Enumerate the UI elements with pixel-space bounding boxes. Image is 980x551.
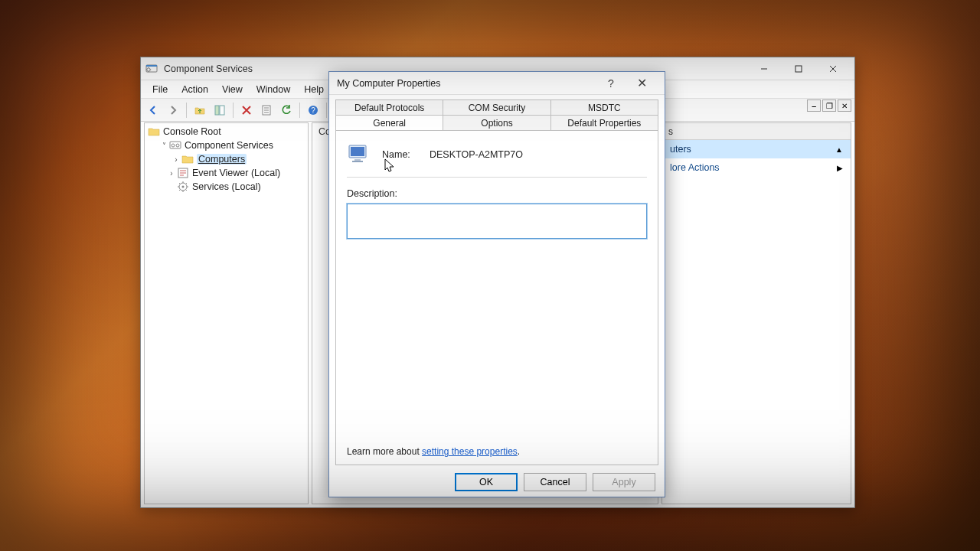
- properties-button[interactable]: [257, 101, 276, 119]
- menu-view[interactable]: View: [215, 83, 250, 96]
- actions-computers[interactable]: uters ▲: [662, 140, 851, 158]
- actions-label: uters: [670, 144, 691, 155]
- actions-more[interactable]: lore Actions ▶: [662, 158, 851, 177]
- actions-header: s: [662, 123, 851, 140]
- tree-label: Services (Local): [192, 181, 261, 192]
- mdi-close[interactable]: ✕: [838, 99, 851, 112]
- mdi-minimize[interactable]: ‒: [807, 99, 821, 112]
- tab-options[interactable]: Options: [443, 115, 550, 130]
- services-icon: [177, 181, 189, 193]
- refresh-button[interactable]: [277, 101, 296, 119]
- chevron-up-icon: ▲: [835, 145, 843, 154]
- tree-console-root[interactable]: Console Root: [145, 125, 308, 139]
- close-button[interactable]: ✕: [626, 73, 657, 94]
- tree-component-services[interactable]: ˅ Component Services: [145, 139, 308, 152]
- svg-rect-20: [352, 161, 363, 162]
- learn-link[interactable]: setting these properties: [422, 446, 518, 457]
- ok-button[interactable]: OK: [455, 473, 518, 491]
- dialog-titlebar[interactable]: My Computer Properties ? ✕: [329, 72, 665, 95]
- tree-label: Console Root: [163, 126, 221, 137]
- cancel-button[interactable]: Cancel: [524, 473, 586, 491]
- svg-rect-3: [795, 66, 802, 72]
- tree-label: Event Viewer (Local): [192, 168, 280, 178]
- menu-help[interactable]: Help: [297, 83, 331, 96]
- dialog-title: My Computer Properties: [337, 78, 440, 89]
- maximize-button[interactable]: [781, 58, 815, 80]
- folder-icon: [148, 126, 160, 138]
- menu-file[interactable]: File: [145, 83, 175, 96]
- svg-rect-4: [215, 106, 219, 115]
- expand-icon[interactable]: ›: [171, 155, 181, 164]
- tree-event-viewer[interactable]: › Event Viewer (Local): [145, 166, 308, 180]
- tab-com-security[interactable]: COM Security: [443, 99, 550, 115]
- description-label: Description:: [347, 188, 647, 199]
- description-input[interactable]: [347, 204, 647, 239]
- up-button[interactable]: [191, 101, 209, 119]
- help-button[interactable]: ?: [596, 73, 626, 94]
- chevron-right-icon: ▶: [837, 164, 843, 172]
- apply-button: Apply: [593, 473, 655, 491]
- tab-page-general: Name: DESKTOP-A2MTP7O Description: Learn…: [335, 130, 658, 465]
- tabs: Default Protocols COM Security MSDTC Gen…: [329, 95, 665, 130]
- component-services-icon: [169, 139, 181, 152]
- close-button[interactable]: [815, 58, 850, 80]
- folder-icon: [181, 153, 194, 165]
- tree-pane: Console Root ˅ Component Services › Comp…: [144, 122, 309, 504]
- tab-general[interactable]: General: [335, 115, 443, 130]
- my-computer-properties-dialog: My Computer Properties ? ✕ Default Proto…: [328, 71, 665, 497]
- tab-default-protocols[interactable]: Default Protocols: [335, 99, 443, 115]
- menu-action[interactable]: Action: [175, 83, 215, 96]
- app-icon: [145, 63, 158, 75]
- svg-rect-18: [351, 147, 364, 156]
- back-button[interactable]: [144, 101, 162, 119]
- minimize-button[interactable]: [746, 58, 781, 80]
- menu-window[interactable]: Window: [250, 83, 297, 96]
- mdi-restore[interactable]: ❐: [822, 99, 836, 112]
- tree-label: Component Services: [185, 140, 273, 151]
- computer-icon: [347, 142, 373, 168]
- help-button[interactable]: ?: [304, 101, 322, 119]
- show-hide-tree-button[interactable]: [211, 101, 229, 119]
- tree-label: Computers: [197, 154, 247, 165]
- svg-rect-1: [146, 65, 157, 67]
- tab-msdtc[interactable]: MSDTC: [551, 99, 658, 115]
- tree-computers[interactable]: › Computers: [145, 152, 308, 166]
- svg-rect-5: [220, 106, 224, 115]
- mdi-controls: ‒ ❐ ✕: [807, 99, 851, 112]
- computer-name-value: DESKTOP-A2MTP7O: [430, 149, 523, 160]
- svg-point-16: [182, 186, 185, 188]
- learn-prefix: Learn more about: [347, 446, 422, 457]
- tab-default-properties[interactable]: Default Properties: [551, 115, 658, 130]
- svg-text:?: ?: [311, 106, 315, 115]
- expand-icon[interactable]: ›: [166, 169, 177, 178]
- svg-rect-19: [354, 159, 361, 161]
- learn-more: Learn more about setting these propertie…: [347, 446, 520, 457]
- forward-button[interactable]: [164, 101, 182, 119]
- divider: [347, 177, 647, 178]
- delete-button[interactable]: [237, 101, 256, 119]
- actions-pane: s uters ▲ lore Actions ▶: [662, 122, 851, 504]
- tree-services[interactable]: Services (Local): [145, 180, 308, 194]
- actions-label: lore Actions: [670, 162, 720, 173]
- event-viewer-icon: [177, 167, 189, 179]
- collapse-icon[interactable]: ˅: [158, 142, 169, 150]
- name-label: Name:: [382, 149, 420, 160]
